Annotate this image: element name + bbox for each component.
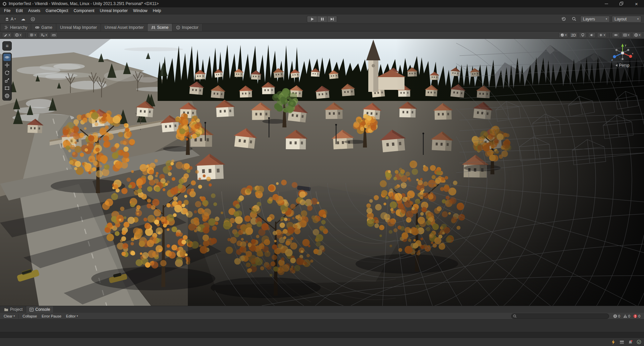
error-count-badge[interactable]: 0 [633,314,640,318]
eye-icon [4,55,10,60]
console-count-badges: 0 0 0 [613,314,640,318]
rect-tool-button[interactable] [3,84,11,92]
projection-toggle[interactable]: Persp [615,63,629,68]
minimize-button[interactable] [599,0,614,7]
pencil-icon [4,33,8,37]
gizmos-button[interactable]: ▾ [632,32,642,38]
toggle-2d-button[interactable]: 2D [570,32,578,38]
draw-mode-button[interactable]: ▾ [558,32,568,38]
services-icon [31,17,35,21]
clear-button[interactable]: Clear ▾ [2,313,17,319]
error-pause-button[interactable]: Error Pause [40,313,63,319]
gizmo-center-cube[interactable] [621,52,624,54]
cloud-icon: ☁ [21,17,25,21]
rotate-tool-button[interactable] [3,69,11,76]
speaker-icon [590,33,594,37]
menu-component[interactable]: Component [71,8,97,13]
services-button[interactable] [29,16,37,22]
close-button[interactable]: × [629,0,644,7]
chevron-down-icon: ▾ [637,18,639,20]
scale-tool-button[interactable] [3,77,11,84]
tab-unreal-map-importer[interactable]: Unreal Map Importer [56,24,101,31]
light-bulb-icon [581,33,585,37]
step-button[interactable] [327,16,337,22]
menu-file[interactable]: File [1,8,13,13]
ruler-icon [52,33,56,37]
console-log-area [0,320,644,338]
chevron-down-icon: ▾ [565,34,567,37]
search-button[interactable] [570,16,578,22]
tab-game[interactable]: Game [31,24,56,31]
title-bar: ImporterTest - Vikendi - Windows, Mac, L… [0,0,644,7]
tab-inspector[interactable]: Inspector [172,24,202,31]
scene-visibility-button[interactable] [612,32,620,38]
search-icon [572,16,577,21]
camera-settings-button[interactable]: ▾ [621,32,631,38]
tab-scene[interactable]: Scene [148,24,172,31]
gizmo-z-handle[interactable] [613,55,616,58]
console-log-list[interactable] [0,320,644,332]
main-toolbar: A ▾ ☁ Layers▾ Layout▾ [0,14,644,24]
notifications-icon[interactable] [628,340,633,344]
effects-button[interactable]: ▾ [597,32,607,38]
overlay-menu-button[interactable]: ≡ [3,42,11,50]
tab-console[interactable]: Console [26,306,54,313]
scene-view: ≡ [0,39,644,306]
chevron-down-icon: ▾ [639,34,640,37]
scene-viewport[interactable] [0,39,644,306]
shaded-sphere-icon [560,33,565,37]
packages-icon[interactable] [620,340,624,344]
undo-history-button[interactable] [559,16,568,22]
tool-settings-button[interactable]: ▾ [2,32,12,38]
gizmo-y-cone[interactable] [621,44,624,47]
snap-increment-button[interactable] [50,32,58,38]
console-search-input[interactable] [511,313,609,319]
gizmo-x-handle[interactable] [629,55,632,58]
move-tool-button[interactable] [3,61,11,69]
restore-button[interactable] [614,0,629,7]
hierarchy-icon [4,25,8,30]
cloud-button[interactable]: ☁ [19,16,27,22]
sync-status-icon[interactable] [637,340,641,344]
account-button[interactable]: A ▾ [3,16,17,22]
scene-orientation-gizmo[interactable]: y x z [608,42,637,65]
tab-hierarchy[interactable]: Hierarchy [1,24,31,31]
menu-window[interactable]: Window [130,8,150,13]
scene-gizmo-area: y x z Persp [608,42,637,68]
editor-dropdown[interactable]: Editor ▾ [64,313,80,319]
chevron-down-icon: ▾ [606,18,607,20]
window-tab-bar: Hierarchy Game Unreal Map Importer Unrea… [0,24,644,32]
console-detail-pane [0,332,644,338]
search-icon [513,314,517,318]
chevron-down-icon: ▾ [9,34,10,37]
collapse-button[interactable]: Collapse [20,313,39,319]
svg-text:x: x [632,52,633,55]
info-count-badge[interactable]: 0 [613,314,620,318]
menu-assets[interactable]: Assets [25,8,43,13]
background-activity-icon[interactable] [611,340,615,345]
tab-unreal-asset-importer[interactable]: Unreal Asset Importer [101,24,148,31]
menu-help[interactable]: Help [150,8,164,13]
menu-unreal-importer[interactable]: Unreal Importer [97,8,130,13]
warning-count-badge[interactable]: 0 [623,314,630,318]
console-icon [30,308,34,311]
layout-dropdown[interactable]: Layout▾ [612,16,641,22]
menu-gameobject[interactable]: GameObject [43,8,71,13]
scene-tool-column: ≡ [2,41,12,101]
snap-settings-button[interactable]: ▾ [39,32,49,38]
scene-lighting-button[interactable] [579,32,587,38]
transform-tool-button[interactable] [3,92,11,100]
pause-button[interactable] [317,16,327,22]
projection-label: Persp [619,63,629,68]
pivot-mode-button[interactable]: ▾ [13,32,23,38]
chevron-left-icon [615,64,618,67]
tab-project[interactable]: Project [1,306,26,313]
scene-audio-button[interactable] [588,32,596,38]
layers-dropdown[interactable]: Layers▾ [580,16,610,22]
view-tool-button[interactable] [3,54,11,61]
grid-visibility-button[interactable]: ▾ [28,32,38,38]
playmode-controls [307,16,337,22]
menu-edit[interactable]: Edit [13,8,25,13]
history-icon [561,16,566,21]
play-button[interactable] [307,16,317,22]
